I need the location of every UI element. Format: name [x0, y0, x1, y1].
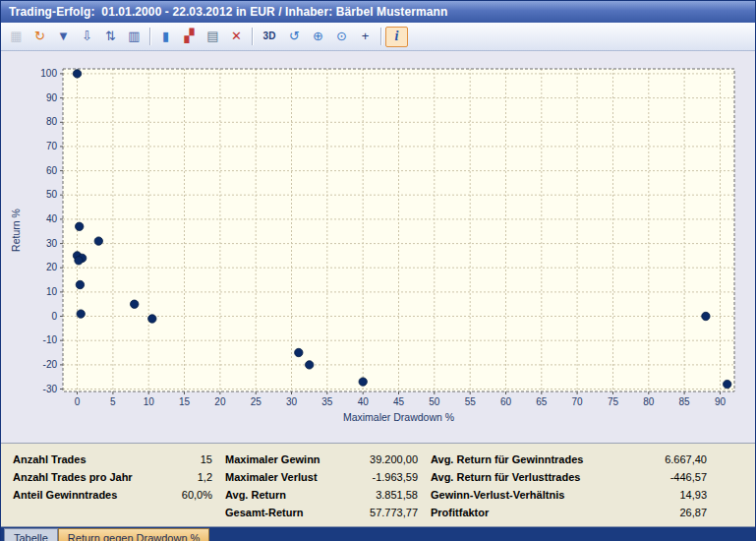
- stat-row: Avg. Return für Verlusttrades-446,57: [431, 468, 707, 486]
- svg-text:15: 15: [179, 396, 191, 407]
- filter-icon[interactable]: ▼: [52, 27, 75, 47]
- stat-row: Avg. Return3.851,58: [225, 486, 418, 504]
- stats-column: Maximaler Gewinn39.200,00Maximaler Verlu…: [225, 451, 418, 526]
- svg-text:65: 65: [536, 396, 548, 407]
- toolbar-separator: [380, 28, 381, 45]
- stat-label: Avg. Return: [225, 486, 286, 504]
- data-point: [359, 378, 367, 386]
- svg-text:100: 100: [40, 68, 57, 79]
- svg-text:75: 75: [608, 396, 619, 407]
- data-point: [94, 237, 102, 245]
- stat-row: Anzahl Trades15: [13, 451, 212, 468]
- svg-text:85: 85: [679, 396, 691, 407]
- stat-value: 3.851,58: [376, 486, 418, 504]
- svg-text:60: 60: [46, 165, 58, 176]
- data-point: [702, 312, 710, 320]
- stats-panel: Anzahl Trades15Anzahl Trades pro Jahr1,2…: [1, 444, 755, 526]
- stat-label: Anzahl Trades: [13, 451, 87, 468]
- svg-text:50: 50: [46, 189, 58, 200]
- zoom-icon[interactable]: ⊙: [330, 27, 353, 47]
- stat-row: Anteil Gewinntrades60,0%: [13, 486, 212, 504]
- data-point: [76, 280, 84, 288]
- stats-column: Anzahl Trades15Anzahl Trades pro Jahr1,2…: [13, 451, 212, 526]
- tab-return-gegen-drawdown[interactable]: Return gegen Drawdown %: [58, 528, 210, 541]
- data-point: [73, 70, 81, 78]
- report-icon[interactable]: ▤: [202, 27, 224, 47]
- svg-text:40: 40: [46, 213, 58, 224]
- rotate-icon[interactable]: ↺: [283, 27, 306, 47]
- crosshair-icon[interactable]: +: [354, 27, 377, 47]
- stat-label: Anteil Gewinntrades: [13, 486, 117, 504]
- svg-text:70: 70: [572, 396, 584, 407]
- svg-text:70: 70: [46, 141, 58, 151]
- svg-text:25: 25: [251, 396, 262, 407]
- copy-grid-icon[interactable]: ▦: [5, 27, 28, 47]
- 3d-button[interactable]: 3D: [257, 27, 282, 47]
- stat-value: 26,87: [679, 504, 707, 521]
- stat-row: Gesamt-Return57.773,77: [225, 504, 418, 521]
- stat-value: -1.963,59: [373, 468, 418, 486]
- tab-tabelle[interactable]: Tabelle: [4, 528, 58, 541]
- toolbar-separator: [252, 28, 253, 45]
- stat-label: Avg. Return für Gewinntrades: [431, 451, 583, 468]
- stat-row: Maximaler Gewinn39.200,00: [225, 451, 418, 468]
- svg-text:30: 30: [46, 238, 58, 249]
- data-point: [306, 361, 314, 369]
- svg-text:80: 80: [46, 116, 58, 127]
- svg-text:55: 55: [465, 396, 477, 407]
- stat-label: Gewinn-Verlust-Verhältnis: [431, 486, 564, 504]
- stat-value: 6.667,40: [665, 451, 707, 468]
- svg-text:10: 10: [144, 396, 155, 407]
- info-icon[interactable]: i: [385, 27, 408, 47]
- sort-descending-icon[interactable]: ⇩: [76, 27, 98, 47]
- svg-text:45: 45: [393, 396, 405, 407]
- bar-chart-icon[interactable]: ▮: [154, 27, 177, 47]
- svg-text:60: 60: [500, 396, 512, 407]
- column-stats-icon[interactable]: ▥: [123, 27, 145, 47]
- stat-value: -446,57: [670, 468, 707, 486]
- stat-label: Gesamt-Return: [225, 504, 303, 521]
- delete-table-icon[interactable]: ✕: [225, 27, 248, 47]
- stat-value: 57.773,77: [370, 504, 418, 521]
- svg-text:90: 90: [715, 396, 727, 407]
- svg-text:20: 20: [46, 262, 58, 272]
- toolbar: ▦↻▼⇩⇅▥▮▞▤✕3D↺⊕⊙+i: [1, 23, 755, 51]
- svg-text:-20: -20: [43, 359, 58, 370]
- stat-label: Anzahl Trades pro Jahr: [13, 468, 133, 486]
- toolbar-separator: [149, 28, 150, 45]
- stats-column: Avg. Return für Gewinntrades6.667,40Avg.…: [431, 451, 707, 526]
- window-title: Trading-Erfolg: 01.01.2000 - 22.03.2012 …: [9, 5, 447, 19]
- stat-row: Gewinn-Verlust-Verhältnis14,93: [431, 486, 707, 504]
- data-point: [76, 222, 84, 230]
- stat-value: 60,0%: [182, 486, 212, 504]
- data-point: [77, 310, 85, 318]
- svg-text:10: 10: [46, 286, 58, 297]
- tab-bar: TabelleReturn gegen Drawdown %: [1, 526, 755, 541]
- data-point: [295, 348, 303, 356]
- svg-text:20: 20: [214, 396, 226, 407]
- sort-toggle-icon[interactable]: ⇅: [99, 27, 122, 47]
- stat-value: 1,2: [198, 468, 212, 486]
- svg-text:35: 35: [321, 396, 333, 407]
- svg-text:0: 0: [75, 396, 81, 407]
- svg-text:0: 0: [51, 311, 57, 322]
- stat-label: Maximaler Gewinn: [225, 451, 320, 468]
- svg-text:80: 80: [643, 396, 655, 407]
- svg-text:-30: -30: [43, 384, 58, 394]
- candlestick-chart-icon[interactable]: ▞: [178, 27, 201, 47]
- zoom-percent-icon[interactable]: ⊕: [307, 27, 329, 47]
- stat-value: 15: [201, 451, 212, 468]
- svg-text:30: 30: [286, 396, 298, 407]
- stat-row: Profitfaktor26,87: [431, 504, 707, 521]
- data-point: [75, 257, 83, 265]
- stat-value: 39.200,00: [370, 451, 418, 468]
- refresh-icon[interactable]: ↻: [29, 27, 51, 47]
- y-axis-label: Return %: [10, 209, 22, 252]
- svg-text:50: 50: [429, 396, 440, 407]
- stat-row: Anzahl Trades pro Jahr1,2: [13, 468, 212, 486]
- x-axis-label: Maximaler Drawdown %: [343, 411, 454, 423]
- stat-label: Profitfaktor: [431, 504, 489, 521]
- stat-row: Avg. Return für Gewinntrades6.667,40: [431, 451, 707, 468]
- titlebar: Trading-Erfolg: 01.01.2000 - 22.03.2012 …: [1, 1, 755, 23]
- svg-text:-10: -10: [43, 334, 58, 345]
